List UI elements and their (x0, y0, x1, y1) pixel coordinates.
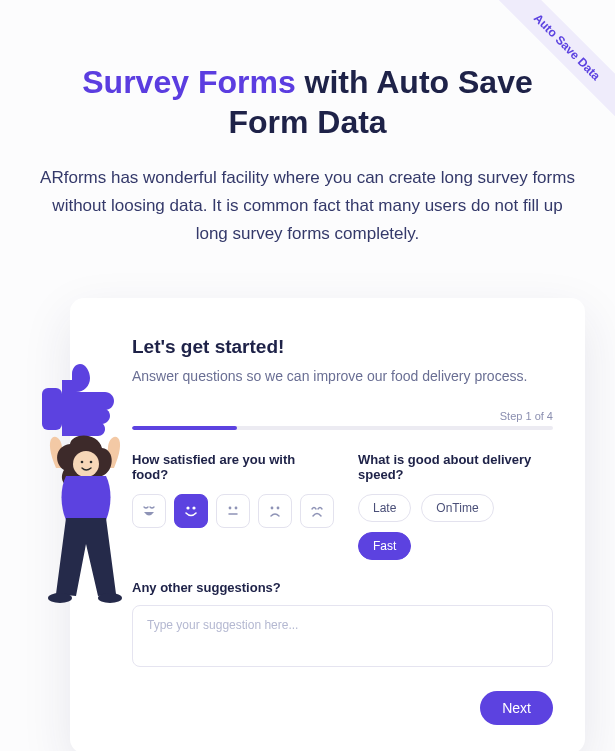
card-title: Let's get started! (132, 336, 553, 358)
svg-point-7 (192, 507, 195, 510)
face-happy[interactable] (174, 494, 208, 528)
chip-ontime[interactable]: OnTime (421, 494, 493, 522)
svg-point-8 (229, 507, 232, 510)
chip-fast[interactable]: Fast (358, 532, 411, 560)
survey-card: Let's get started! Answer questions so w… (70, 298, 585, 751)
svg-point-6 (186, 507, 189, 510)
svg-point-5 (98, 593, 122, 603)
satisfaction-options (132, 494, 334, 528)
progress-fill (132, 426, 237, 430)
svg-point-10 (271, 507, 274, 510)
form-stage: Let's get started! Answer questions so w… (30, 298, 585, 751)
progress-step-text: Step 1 of 4 (132, 410, 553, 422)
suggestions-label: Any other suggestions? (132, 580, 553, 595)
auto-save-ribbon: Auto Save Data (475, 0, 615, 140)
question-speed: What is good about delivery speed? Late … (358, 452, 553, 560)
ribbon-label: Auto Save Data (486, 0, 615, 128)
face-neutral[interactable] (216, 494, 250, 528)
person-thumbs-up-illustration (20, 348, 140, 608)
satisfaction-label: How satisfied are you with food? (132, 452, 334, 482)
svg-point-2 (81, 461, 84, 464)
speed-label: What is good about delivery speed? (358, 452, 553, 482)
progress: Step 1 of 4 (132, 410, 553, 430)
question-suggestions: Any other suggestions? (132, 580, 553, 671)
svg-point-4 (48, 593, 72, 603)
face-crying[interactable] (300, 494, 334, 528)
svg-point-11 (277, 507, 280, 510)
suggestions-input[interactable] (132, 605, 553, 667)
hero-description: ARforms has wonderful facility where you… (40, 164, 575, 248)
actions: Next (132, 691, 553, 725)
svg-point-3 (90, 461, 93, 464)
progress-track (132, 426, 553, 430)
face-sad[interactable] (258, 494, 292, 528)
svg-point-9 (235, 507, 238, 510)
chip-late[interactable]: Late (358, 494, 411, 522)
next-button[interactable]: Next (480, 691, 553, 725)
question-satisfaction: How satisfied are you with food? (132, 452, 334, 560)
svg-point-1 (73, 451, 99, 477)
card-subtitle: Answer questions so we can improve our f… (132, 368, 553, 384)
svg-rect-0 (42, 388, 62, 430)
hero-title-accent: Survey Forms (82, 64, 295, 100)
speed-options: Late OnTime Fast (358, 494, 553, 560)
